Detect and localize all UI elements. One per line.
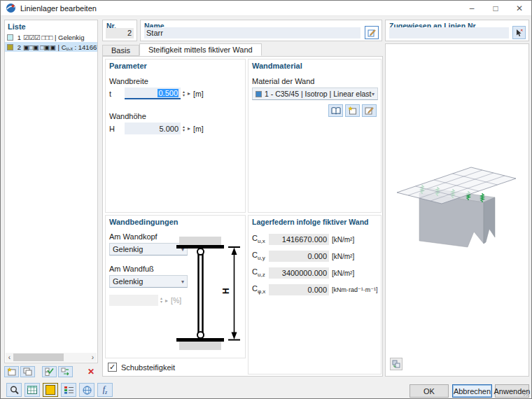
- list-item-number: 1: [15, 34, 21, 41]
- display-properties-icon: [64, 386, 74, 394]
- parameter-group: Parameter Wandbreite t 0.500 ▴▾ ▸ [m] Wa…: [105, 59, 246, 213]
- h-symbol: H: [109, 125, 115, 133]
- wall-height-spinner[interactable]: 5.000 ▴▾ ▸ [m]: [125, 122, 204, 134]
- select-all-icon: [45, 368, 54, 376]
- cphix-unit: [kNm·rad⁻¹·m⁻¹]: [332, 286, 378, 293]
- maximize-button[interactable]: □: [484, 1, 507, 15]
- close-button[interactable]: ✕: [507, 1, 531, 15]
- color-swatch: [7, 44, 13, 50]
- nr-value: 2: [106, 28, 134, 38]
- material-label: Material der Wand: [252, 77, 314, 85]
- app-icon: [6, 3, 16, 13]
- spring-row: Cu,x 1416670.000 [kN/m²]: [252, 234, 354, 245]
- assigned-lines-input[interactable]: [389, 27, 509, 38]
- h-unit: [m]: [193, 125, 204, 133]
- list-item-selected[interactable]: 2 ▣□▣ □▣▣ | Cᵤ,ₓ : 1416670.000 k: [5, 42, 97, 52]
- cux-value: 1416670.000: [269, 234, 329, 245]
- wandbedingungen-title: Wandbedingungen: [109, 218, 178, 226]
- tab-basis[interactable]: Basis: [102, 45, 139, 56]
- support-list-panel: Liste 1 ☑☑☑ □□□ | Gelenkig 2 ▣□▣ □▣▣ | C…: [4, 20, 98, 363]
- new-item-button[interactable]: [4, 366, 19, 377]
- preview-panel[interactable]: [385, 43, 529, 377]
- edit-material-icon: [365, 106, 374, 115]
- support-pattern: ☑☑☑ □□□: [23, 34, 52, 41]
- horizontal-scrollbar[interactable]: ‹ ›: [6, 353, 97, 362]
- wall-width-spinner[interactable]: 0.500 ▴▾ ▸ [m]: [125, 88, 204, 99]
- formula-icon: fz: [103, 384, 107, 396]
- select-all-button[interactable]: [42, 366, 57, 377]
- display-properties-button[interactable]: [61, 383, 76, 397]
- h-input[interactable]: 5.000: [125, 122, 181, 134]
- wandfuss-label: Am Wandfuß: [109, 265, 154, 273]
- color-swatch: [46, 385, 55, 395]
- ok-button[interactable]: OK: [410, 384, 449, 398]
- spinner-arrows-icon[interactable]: ▴▾: [183, 125, 185, 132]
- material-value: 1 - C35/45 | Isotrop | Linear elastisch: [265, 90, 372, 98]
- delete-item-button[interactable]: ✕: [84, 366, 98, 377]
- color-swatch-button[interactable]: [43, 383, 58, 397]
- invert-selection-button[interactable]: [58, 366, 73, 377]
- new-item-icon: [7, 368, 16, 376]
- scroll-right-icon[interactable]: ›: [89, 353, 97, 362]
- wall-conditions-diagram: H: [172, 235, 242, 356]
- comment-icon: [10, 386, 19, 395]
- new-material-button[interactable]: [345, 104, 360, 117]
- detail-arrow-icon[interactable]: ▸: [188, 125, 190, 132]
- cuy-value: 0.000: [269, 251, 329, 262]
- cuz-symbol: Cu,z: [252, 267, 269, 278]
- comment-button[interactable]: [6, 383, 22, 397]
- material-library-button[interactable]: [328, 104, 343, 117]
- view-reset-button[interactable]: [390, 358, 402, 370]
- units-table-icon: [27, 386, 37, 394]
- t-symbol: t: [109, 90, 111, 98]
- dimension-h-label: H: [221, 288, 231, 294]
- plate-grid: [397, 167, 516, 204]
- units-settings-button[interactable]: [24, 383, 40, 397]
- invert-selection-icon: [61, 368, 70, 376]
- material-color-swatch: [255, 91, 262, 97]
- wandhoehe-label: Wandhöhe: [109, 112, 146, 120]
- titlebar: Linienlager bearbeiten – □ ✕: [1, 1, 531, 16]
- tab-steifigkeit[interactable]: Steifigkeit mittels fiktiver Wand: [139, 43, 262, 56]
- scrollbar-thumb[interactable]: [13, 354, 64, 361]
- cuz-value: 3400000.000: [269, 267, 329, 279]
- schubsteifigkeit-row: ✓ Schubsteifigkeit: [108, 363, 175, 372]
- support-pattern: ▣□▣ □▣▣: [23, 43, 56, 51]
- window-title: Linienlager bearbeiten: [20, 4, 97, 13]
- scroll-left-icon[interactable]: ‹: [6, 353, 13, 362]
- wandkopf-value: Gelenkig: [113, 245, 143, 253]
- list-item[interactable]: 1 ☑☑☑ □□□ | Gelenkig: [5, 32, 97, 42]
- percent-input: [109, 295, 158, 306]
- formula-button[interactable]: fz: [97, 383, 113, 397]
- spring-row: Cu,z 3400000.000 [kN/m²]: [252, 267, 354, 279]
- minimize-button[interactable]: –: [460, 1, 484, 15]
- cux-unit: [kN/m²]: [332, 236, 354, 244]
- pencil-icon: [368, 29, 376, 37]
- schubsteifigkeit-label: Schubsteifigkeit: [121, 363, 175, 372]
- t-input[interactable]: 0.500: [125, 88, 181, 99]
- cancel-button[interactable]: Abbrechen: [452, 384, 492, 398]
- resize-grip[interactable]: [523, 390, 530, 397]
- units-globe-button[interactable]: [79, 383, 94, 397]
- spinner-arrows-icon[interactable]: ▴▾: [183, 90, 185, 97]
- chevron-down-icon: ▾: [372, 91, 374, 97]
- library-book-icon: [331, 107, 341, 115]
- material-dropdown[interactable]: 1 - C35/45 | Isotrop | Linear elastisch …: [252, 88, 378, 100]
- detail-arrow-icon: ▸: [165, 298, 168, 304]
- spring-row: Cφ,x 0.000 [kNm·rad⁻¹·m⁻¹]: [252, 284, 378, 295]
- list-item-label: | Gelenkig: [55, 34, 85, 41]
- name-fieldbox: Name Starr: [140, 20, 382, 41]
- pick-lines-button[interactable]: [512, 26, 526, 39]
- t-value: 0.500: [158, 89, 178, 97]
- dialog-linienlager-bearbeiten: Linienlager bearbeiten – □ ✕ Liste 1 ☑☑☑…: [0, 0, 532, 399]
- wandfuss-value: Gelenkig: [113, 277, 143, 286]
- name-input[interactable]: Starr: [144, 27, 360, 38]
- schubsteifigkeit-checkbox[interactable]: ✓: [108, 363, 117, 372]
- cuy-unit: [kN/m²]: [332, 253, 354, 260]
- detail-arrow-icon[interactable]: ▸: [188, 90, 190, 97]
- restraint-percent-spinner: ▴▾ ▸ [%]: [109, 295, 181, 306]
- rename-button[interactable]: [365, 26, 379, 39]
- edit-material-button[interactable]: [362, 104, 377, 117]
- copy-item-button[interactable]: [20, 366, 35, 377]
- cphix-symbol: Cφ,x: [252, 284, 269, 295]
